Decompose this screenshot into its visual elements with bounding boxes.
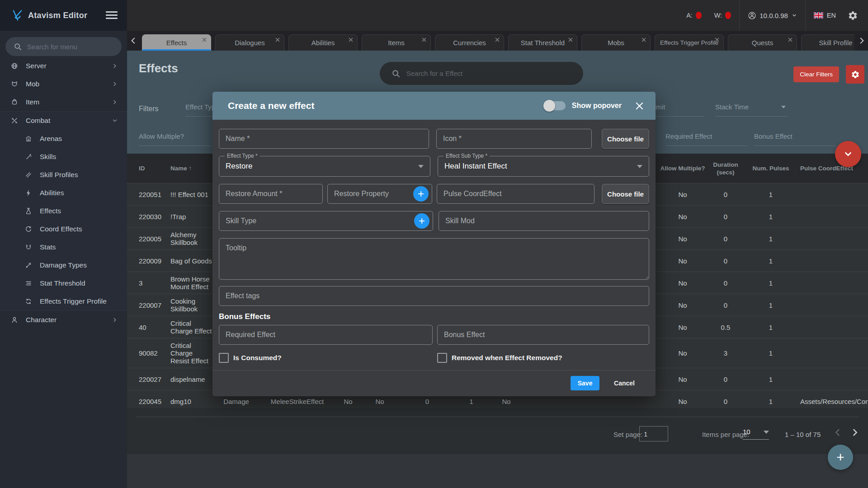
a-status-dot [696,12,702,19]
close-icon[interactable] [635,102,644,110]
create-effect-modal: Create a new effect Show popover Choose … [212,92,656,396]
stat-threshold-icon [25,280,32,287]
tooltip-field[interactable] [219,238,649,280]
items-per-page-select[interactable]: 10 [743,428,769,440]
sidebar-item-item[interactable]: Item [0,93,127,111]
close-icon[interactable] [422,38,426,42]
header-pulse-coordeffect[interactable]: Pulse CoordEffect [796,164,868,172]
add-skill-type-button[interactable]: + [414,213,429,229]
w-status-label: W: [714,12,722,19]
search-icon [392,69,400,78]
sidebar-item-effects[interactable]: Effects [0,202,127,220]
is-consumed-checkbox[interactable] [219,353,229,363]
sidebar-item-combat[interactable]: Combat [0,112,127,130]
filter-required-effect[interactable]: Required Effect [665,132,747,146]
tabs-scroll-left-icon[interactable] [129,37,137,45]
close-icon[interactable] [495,38,500,42]
tab-effects[interactable]: Effects [142,34,211,51]
close-icon[interactable] [715,38,719,42]
bonus-effects-heading: Bonus Effects [219,312,649,321]
sidebar-item-coord-effects[interactable]: Coord Effects [0,220,127,238]
clear-filters-button[interactable]: Clear Filters [793,66,839,82]
header-duration[interactable]: Duration (secs) [705,161,746,176]
sidebar-search-input[interactable] [26,42,122,51]
header-num-pulses[interactable]: Num. Pulses [746,164,796,172]
skill-type-field[interactable] [219,211,433,231]
choose-icon-file-button[interactable]: Choose file [602,129,649,149]
character-person-icon [11,316,18,324]
tab-effects-trigger-profile[interactable]: Effects Trigger Profile [655,34,724,51]
tab-dialogues[interactable]: Dialogues [215,34,284,51]
close-icon[interactable] [642,38,646,42]
tab-abilities[interactable]: Abilities [288,34,358,51]
sidebar-item-character[interactable]: Character [0,311,127,329]
set-page-input[interactable] [639,426,668,441]
sidebar-item-skill-profiles[interactable]: Skill Profiles [0,166,127,184]
sidebar-item-damage-types[interactable]: Damage Types [0,256,127,274]
name-field[interactable] [219,129,429,149]
modal-body: Choose file Effect Type * Restore Effect… [212,120,656,396]
show-popover-toggle[interactable] [545,101,566,110]
removed-when-checkbox[interactable] [437,353,447,363]
effect-sub-type-select[interactable]: Effect Sub Type * Heal Instant Effect [438,156,649,177]
chevron-right-icon [112,317,118,323]
sidebar-item-mob[interactable]: Mob [0,75,127,93]
header-name[interactable]: Name ↑ [170,161,212,175]
cancel-button[interactable]: Cancel [611,379,637,387]
tab-skill-profile[interactable]: Skill Profile [801,34,854,51]
add-restore-property-button[interactable]: + [413,186,429,202]
close-icon[interactable] [202,38,207,42]
previous-page-icon[interactable] [833,428,842,437]
chevron-down-icon [781,106,786,108]
sidebar-search[interactable] [5,37,122,56]
filter-allow-multiple[interactable]: Allow Multiple? [139,132,211,146]
tab-quests[interactable]: Quests [728,34,797,51]
add-effect-fab[interactable]: + [828,445,853,470]
effect-search[interactable] [380,62,583,85]
pulse-coordeffect-field[interactable] [437,184,594,204]
close-icon[interactable] [788,38,793,42]
tab-items[interactable]: Items [362,34,431,51]
language-selector[interactable]: EN [814,12,836,19]
sidebar-item-abilities[interactable]: Abilities [0,184,127,202]
close-icon[interactable] [349,38,353,42]
skill-mod-field[interactable] [439,211,649,231]
icon-field[interactable] [436,129,592,149]
filter-stack-time[interactable]: Stack Time [715,103,788,117]
tab-currencies[interactable]: Currencies [435,34,504,51]
bonus-effect-field[interactable] [437,325,649,345]
save-button[interactable]: Save [571,376,599,390]
tab-list: Effects Dialogues Abilities Items Curren… [142,34,854,51]
tab-mobs[interactable]: Mobs [581,34,651,51]
page-title: Effects [139,61,178,75]
settings-gear-icon[interactable] [848,10,858,21]
effect-search-input[interactable] [406,69,583,78]
server-ip: 10.0.0.98 [760,12,788,19]
effect-type-select[interactable]: Effect Type * Restore [219,156,430,177]
next-page-icon[interactable] [850,428,859,437]
sidebar-item-effects-trigger-profile[interactable]: Effects Trigger Profile [0,292,127,310]
filter-bonus-effect[interactable]: Bonus Effect [754,132,836,146]
sidebar-item-stats[interactable]: Stats [0,238,127,256]
collapse-filters-button[interactable] [835,141,861,167]
table-settings-button[interactable] [846,65,864,84]
close-icon[interactable] [568,38,573,42]
language-label: EN [827,12,836,19]
server-selector[interactable]: 10.0.0.98 [748,11,797,20]
sidebar-item-stat-threshold[interactable]: Stat Threshold [0,274,127,292]
tab-stat-threshold[interactable]: Stat Threshold [508,34,577,51]
hamburger-menu-icon[interactable] [106,11,118,19]
choose-pulse-coordeffect-file-button[interactable]: Choose file [602,184,649,204]
settings-gear-icon [851,70,860,79]
sidebar-item-skills[interactable]: Skills [0,148,127,166]
sidebar-item-arenas[interactable]: Arenas [0,130,127,148]
effect-tags-field[interactable] [219,286,649,306]
close-icon[interactable] [275,38,280,42]
header-allow-multiple[interactable]: Allow Multiple? [660,164,705,172]
top-bar: Atavism Editor A: W: 10.0.0.98 EN [0,0,868,31]
header-id[interactable]: ID [127,164,170,172]
sidebar-item-server[interactable]: Server [0,57,127,75]
required-effect-field[interactable] [219,325,433,345]
restore-amount-field[interactable] [219,184,323,204]
tabs-scroll-right-icon[interactable] [858,37,866,45]
